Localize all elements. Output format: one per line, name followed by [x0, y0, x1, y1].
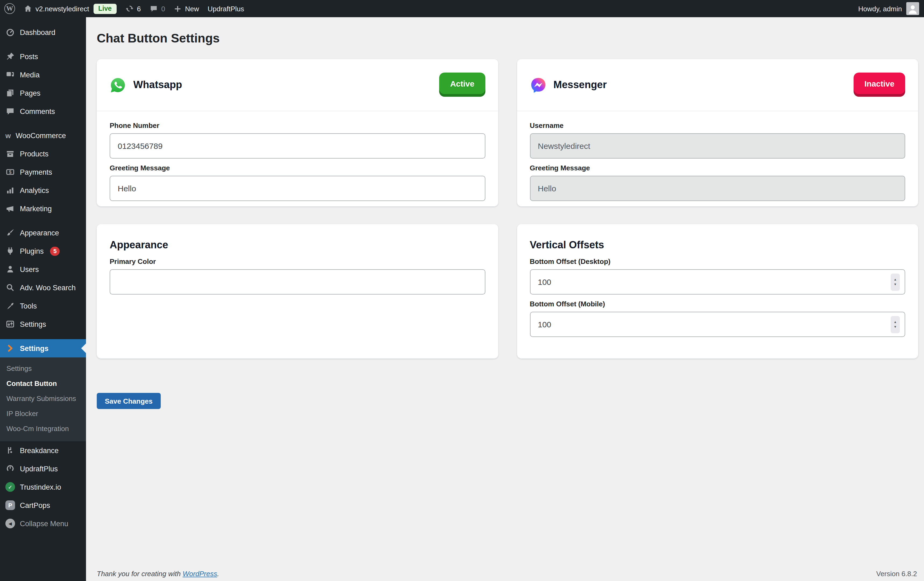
whatsapp-greeting-label: Greeting Message — [110, 164, 485, 172]
primary-color-input[interactable] — [110, 269, 485, 295]
sidebar-item-breakdance[interactable]: Breakdance — [0, 441, 86, 459]
comment-bubble-icon — [149, 4, 158, 13]
new-label: New — [185, 5, 199, 13]
analytics-bars-icon — [5, 185, 15, 195]
phone-number-input[interactable] — [110, 133, 485, 158]
updates-icon — [125, 4, 134, 13]
site-name: v2.newstyledirect — [35, 5, 89, 13]
home-icon — [24, 4, 32, 13]
paintbrush-icon — [5, 228, 15, 238]
messenger-card-body: Username Greeting Message — [517, 111, 918, 201]
sidebar-item-woocommerce[interactable]: w WooCommerce — [0, 126, 86, 145]
vertical-offsets-title: Vertical Offsets — [530, 239, 905, 251]
whatsapp-title: Whatsapp — [133, 79, 432, 91]
woocommerce-icon: w — [5, 131, 11, 139]
main-content: Chat Button Settings Whatsapp A — [86, 17, 924, 581]
appearance-title: Appearance — [110, 239, 485, 251]
sidebar-item-settings-active[interactable]: Settings — [0, 339, 86, 357]
sidebar-item-updraftplus[interactable]: UpdraftPlus — [0, 459, 86, 478]
sidebar-item-products[interactable]: Products — [0, 145, 86, 163]
new-menu[interactable]: New — [169, 0, 203, 17]
whatsapp-card: Whatsapp Active Phone Number Greeting Me… — [97, 59, 498, 206]
comments-icon — [5, 106, 15, 116]
sidebar-item-cartpops[interactable]: P CartPops — [0, 496, 86, 514]
megaphone-icon — [5, 204, 15, 213]
footer: Thank you for creating with WordPress. V… — [97, 570, 917, 578]
avatar — [906, 2, 919, 15]
plugins-update-badge: 5 — [50, 246, 60, 256]
messenger-title: Messenger — [553, 79, 846, 91]
sidebar-item-comments[interactable]: Comments — [0, 102, 86, 120]
messenger-card: Messenger Inactive Username Greeting Mes… — [517, 59, 918, 206]
settings-sliders-icon — [5, 319, 15, 329]
sidebar-item-dashboard[interactable]: Dashboard — [0, 23, 86, 41]
bottom-offset-mobile-wrap: ▲▼ — [530, 312, 905, 337]
number-spinner-icon[interactable]: ▲▼ — [891, 316, 900, 333]
footer-thanks: Thank you for creating with WordPress. — [97, 570, 219, 578]
sidebar-item-users[interactable]: Users — [0, 260, 86, 278]
site-link[interactable]: v2.newstyledirect Live — [19, 0, 120, 17]
sidebar-item-tools[interactable]: Tools — [0, 297, 86, 315]
sidebar-item-analytics[interactable]: Analytics — [0, 181, 86, 200]
sidebar-item-plugins[interactable]: Plugins 5 — [0, 242, 86, 260]
cartpops-icon: P — [5, 500, 15, 510]
submenu-item-settings[interactable]: Settings — [0, 361, 86, 376]
plus-icon — [173, 5, 182, 13]
admin-bar: W v2.newstyledirect Live 6 0 New — [0, 0, 924, 17]
submenu-item-contact-button[interactable]: Contact Button — [0, 376, 86, 391]
sidebar-item-settings[interactable]: Settings — [0, 315, 86, 333]
current-menu-arrow — [76, 343, 86, 353]
wp-logo-menu[interactable]: W — [0, 0, 19, 17]
number-spinner-icon[interactable]: ▲▼ — [891, 273, 900, 290]
username-label: Username — [530, 122, 905, 130]
submenu-item-ip-blocker[interactable]: IP Blocker — [0, 406, 86, 421]
svg-text:$: $ — [9, 170, 11, 174]
appearance-card: Appearance Primary Color — [97, 224, 498, 358]
sidebar-item-posts[interactable]: Posts — [0, 47, 86, 66]
updraftplus-menu[interactable]: UpdraftPlus — [203, 0, 248, 17]
user-icon — [5, 264, 15, 274]
payments-card-icon: $ — [5, 167, 15, 177]
bottom-offset-desktop-label: Bottom Offset (Desktop) — [530, 257, 905, 266]
bottom-offset-desktop-wrap: ▲▼ — [530, 269, 905, 295]
sidebar-item-payments[interactable]: $ Payments — [0, 163, 86, 181]
sidebar-item-pages[interactable]: Pages — [0, 84, 86, 102]
updraftplus-icon — [5, 464, 15, 474]
wordpress-link[interactable]: WordPress — [183, 570, 217, 578]
wordpress-logo-icon: W — [4, 3, 15, 14]
messenger-status-toggle[interactable]: Inactive — [853, 73, 905, 94]
search-icon — [5, 283, 15, 292]
submenu-item-woo-cm-integration[interactable]: Woo-Cm Integration — [0, 421, 86, 436]
comments-menu[interactable]: 0 — [145, 0, 169, 17]
settings-submenu: Settings Contact Button Warranty Submiss… — [0, 357, 86, 441]
bottom-offset-mobile-input[interactable] — [530, 312, 905, 337]
sidebar-item-media[interactable]: Media — [0, 66, 86, 84]
sidebar-item-marketing[interactable]: Marketing — [0, 200, 86, 218]
updates-menu[interactable]: 6 — [120, 0, 145, 17]
sidebar-item-adv-woo-search[interactable]: Adv. Woo Search — [0, 278, 86, 297]
account-area[interactable]: Howdy, admin — [858, 2, 924, 15]
whatsapp-greeting-input[interactable] — [110, 176, 485, 201]
whatsapp-card-body: Phone Number Greeting Message — [97, 111, 498, 201]
vertical-offsets-card: Vertical Offsets Bottom Offset (Desktop)… — [517, 224, 918, 358]
bottom-offset-desktop-input[interactable] — [530, 269, 905, 295]
phone-number-label: Phone Number — [110, 122, 485, 130]
trustindex-check-icon: ✓ — [5, 482, 15, 492]
collapse-arrow-icon: ◀ — [5, 519, 15, 528]
whatsapp-status-toggle[interactable]: Active — [439, 73, 485, 94]
whatsapp-icon — [110, 77, 126, 93]
version-label: Version 6.8.2 — [876, 570, 917, 578]
sidebar-item-appearance[interactable]: Appearance — [0, 224, 86, 242]
media-icon — [5, 70, 15, 79]
submenu-item-warranty-submissions[interactable]: Warranty Submissions — [0, 391, 86, 406]
collapse-menu-button[interactable]: ◀ Collapse Menu — [0, 514, 86, 533]
products-box-icon — [5, 149, 15, 158]
pages-icon — [5, 88, 15, 98]
whatsapp-card-header: Whatsapp Active — [97, 59, 498, 111]
settings-grid: Whatsapp Active Phone Number Greeting Me… — [97, 59, 918, 358]
messenger-greeting-input — [530, 176, 905, 201]
save-changes-button[interactable]: Save Changes — [97, 393, 161, 409]
sidebar-item-trustindex[interactable]: ✓ Trustindex.io — [0, 478, 86, 496]
vertical-offsets-card-body: Vertical Offsets Bottom Offset (Desktop)… — [517, 224, 918, 337]
pushpin-icon — [5, 51, 15, 61]
